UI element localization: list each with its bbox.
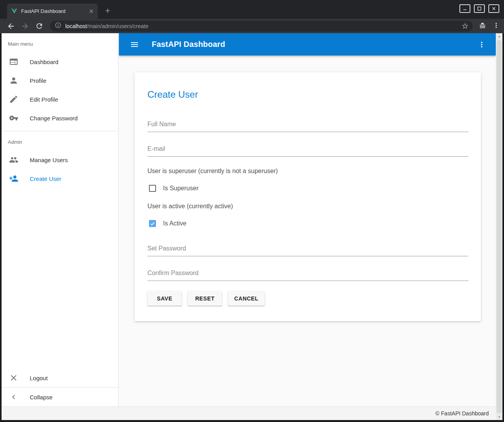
active-caption: User is active (currently active)	[147, 203, 468, 210]
new-tab-button[interactable]	[102, 5, 113, 16]
sidebar-item-label: Profile	[30, 77, 47, 84]
vue-logo-icon	[11, 8, 18, 14]
create-user-card: Create User User is superuser (currently…	[135, 72, 481, 321]
pencil-icon	[9, 95, 18, 104]
email-input[interactable]	[147, 143, 468, 157]
sidebar-item-manage-users[interactable]: Manage Users	[2, 150, 118, 169]
person-add-icon	[9, 174, 18, 183]
tab-title: FastAPI Dashboard	[21, 8, 88, 14]
window-close-button[interactable]	[488, 4, 499, 13]
address-bar[interactable]: localhost/main/admin/users/create	[50, 21, 473, 32]
browser-titlebar: FastAPI Dashboard	[0, 0, 504, 19]
active-checkbox[interactable]	[149, 220, 156, 227]
person-icon	[9, 76, 18, 85]
sidebar: Main menu Dashboard Profile Edit Profile	[2, 33, 118, 406]
sidebar-item-create-user[interactable]: Create User	[2, 169, 118, 188]
sidebar-item-collapse[interactable]: Collapse	[2, 388, 118, 406]
set-password-field-wrap	[147, 243, 468, 256]
bookmark-star-icon[interactable]	[460, 21, 470, 31]
footer-copyright: © FastAPI Dashboard	[436, 410, 489, 417]
superuser-checkbox[interactable]	[149, 185, 156, 192]
hamburger-menu-icon[interactable]	[127, 38, 142, 52]
sidebar-item-logout[interactable]: Logout	[2, 368, 118, 387]
email-field-wrap	[147, 143, 468, 157]
people-icon	[9, 155, 18, 165]
sidebar-spacer	[2, 188, 118, 368]
url-host: localhost	[65, 23, 87, 29]
sidebar-section-admin: Admin	[2, 131, 118, 150]
close-icon	[9, 373, 18, 383]
forward-button[interactable]	[20, 21, 30, 32]
sidebar-item-dashboard[interactable]: Dashboard	[2, 52, 118, 71]
window-minimize-button[interactable]	[459, 4, 470, 13]
sidebar-item-label: Manage Users	[30, 157, 68, 163]
sidebar-section-main-menu: Main menu	[2, 33, 118, 52]
key-icon	[9, 113, 18, 123]
superuser-checkbox-label: Is Superuser	[163, 185, 199, 192]
cancel-button[interactable]: CANCEL	[228, 291, 265, 306]
sidebar-item-label: Collapse	[30, 394, 52, 401]
page-title: Create User	[147, 89, 468, 100]
vertical-scrollbar[interactable]	[496, 33, 502, 420]
url-text[interactable]: localhost/main/admin/users/create	[65, 23, 460, 29]
sidebar-item-label: Logout	[30, 375, 48, 381]
reload-button[interactable]	[34, 21, 45, 32]
window-maximize-button[interactable]	[474, 4, 485, 13]
active-checkbox-row[interactable]: Is Active	[147, 220, 468, 227]
save-button[interactable]: SAVE	[147, 291, 182, 306]
full-name-input[interactable]	[147, 118, 468, 132]
url-path: /main/admin/users/create	[87, 23, 148, 29]
confirm-password-field-wrap	[147, 267, 468, 281]
sidebar-item-profile[interactable]: Profile	[2, 71, 118, 90]
page: Main menu Dashboard Profile Edit Profile	[2, 33, 502, 420]
incognito-icon	[478, 21, 487, 31]
browser-window: FastAPI Dashboard	[0, 0, 504, 422]
browser-toolbar: localhost/main/admin/users/create	[0, 19, 504, 33]
scrollbar-thumb[interactable]	[497, 40, 502, 413]
form-actions: SAVE RESET CANCEL	[147, 291, 468, 306]
back-button[interactable]	[5, 21, 16, 32]
sidebar-item-edit-profile[interactable]: Edit Profile	[2, 90, 118, 109]
sidebar-item-label: Create User	[30, 175, 61, 182]
content: Create User User is superuser (currently…	[119, 55, 496, 406]
toolbar-right	[478, 21, 500, 31]
window-controls	[459, 4, 499, 13]
superuser-caption: User is superuser (currently is not a su…	[147, 168, 468, 175]
full-name-field-wrap	[147, 118, 468, 132]
set-password-input[interactable]	[147, 243, 468, 256]
scroll-down-icon[interactable]	[496, 413, 502, 420]
confirm-password-input[interactable]	[147, 267, 468, 281]
sidebar-item-change-password[interactable]: Change Password	[2, 109, 118, 127]
appbar-kebab-menu-icon[interactable]	[475, 38, 489, 52]
scroll-up-icon[interactable]	[496, 33, 502, 40]
tab-close-icon[interactable]	[88, 8, 95, 15]
web-icon	[9, 57, 18, 66]
active-checkbox-label: Is Active	[163, 220, 187, 227]
site-info-icon[interactable]	[55, 22, 61, 30]
sidebar-item-label: Dashboard	[30, 59, 58, 65]
reset-button[interactable]: RESET	[188, 291, 222, 306]
app-footer: © FastAPI Dashboard	[2, 406, 496, 420]
superuser-checkbox-row[interactable]: Is Superuser	[147, 185, 468, 192]
chevron-left-icon	[9, 392, 18, 402]
browser-tab[interactable]: FastAPI Dashboard	[7, 4, 98, 19]
browser-menu-icon[interactable]	[492, 21, 500, 31]
appbar: FastAPI Dashboard	[119, 33, 496, 55]
main-area: FastAPI Dashboard Create User User is su…	[119, 33, 496, 406]
sidebar-item-label: Change Password	[30, 115, 78, 122]
sidebar-item-label: Edit Profile	[30, 96, 58, 103]
appbar-title: FastAPI Dashboard	[152, 40, 225, 49]
